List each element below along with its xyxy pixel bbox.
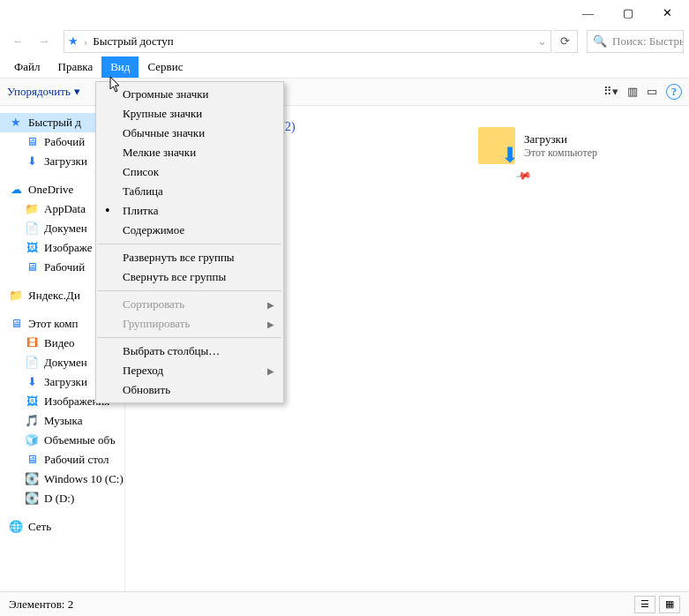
folder-title: Загрузки xyxy=(524,132,597,146)
tree-label: D (D:) xyxy=(44,492,74,506)
nav-bar: ← → ★ › Быстрый доступ ⌄ ⟳ 🔍 Поиск: Быст… xyxy=(0,26,689,56)
menu-view[interactable]: Вид xyxy=(101,56,139,78)
menu-item[interactable]: Свернуть все группы xyxy=(96,267,283,287)
tree-label: OneDrive xyxy=(28,183,73,197)
tree-item[interactable]: 🧊Объемные объ xyxy=(0,431,124,450)
tree-item[interactable]: 💽Windows 10 (C:) xyxy=(0,470,124,489)
tree-label: Рабочий xyxy=(44,135,85,149)
tree-item[interactable]: 🖥Рабочий стол xyxy=(0,450,124,470)
tree-label: Докумен xyxy=(44,222,87,236)
menu-item: Сортировать▶ xyxy=(96,295,283,314)
object3d-icon: 🧊 xyxy=(25,433,39,447)
tree-label: Яндекс.Ди xyxy=(28,289,80,303)
status-bar: Элементов: 2 ☰ ▦ xyxy=(0,591,689,616)
help-button[interactable]: ? xyxy=(666,84,682,100)
status-count: Элементов: 2 xyxy=(9,597,73,612)
tree-item[interactable]: 💽D (D:) xyxy=(0,489,124,508)
folder-icon: 📁 xyxy=(25,202,39,216)
tree-label: Сеть xyxy=(28,520,51,534)
folder-downloads-icon: ⬇ xyxy=(478,127,515,164)
view-menu-dropdown: Огромные значкиКрупные значкиОбычные зна… xyxy=(95,81,284,403)
organize-label: Упорядочить xyxy=(7,85,71,99)
tree-item[interactable]: 🎵Музыка xyxy=(0,411,124,431)
tree-label: Этот комп xyxy=(28,317,78,331)
menu-item[interactable]: Плитка• xyxy=(96,201,283,221)
address-dropdown-icon[interactable]: ⌄ xyxy=(537,34,547,49)
drive-icon: 💽 xyxy=(25,472,39,486)
minimize-button[interactable]: — xyxy=(568,1,608,26)
back-button[interactable]: ← xyxy=(5,30,30,53)
menu-item[interactable]: Огромные значки xyxy=(96,85,283,104)
tree-label: Быстрый д xyxy=(28,116,81,130)
tree-label: Видео xyxy=(44,336,75,350)
menu-service[interactable]: Сервис xyxy=(139,56,191,78)
menu-item[interactable]: Обновить xyxy=(96,380,283,400)
layout-button[interactable]: ▥ xyxy=(627,85,638,99)
downloads-icon: ⬇ xyxy=(25,375,39,389)
tree-label: Рабочий стол xyxy=(44,453,109,467)
submenu-arrow-icon: ▶ xyxy=(267,300,274,310)
quick-access-star-icon: ★ xyxy=(68,34,79,49)
menu-item[interactable]: Выбрать столбцы… xyxy=(96,342,283,361)
menu-edit[interactable]: Правка xyxy=(49,56,102,78)
menu-separator xyxy=(98,244,281,244)
tree-label: AppData xyxy=(44,202,86,216)
document-icon: 📄 xyxy=(25,356,39,370)
desktop-icon: 🖥 xyxy=(25,453,39,467)
folder-subtitle: Этот компьютер xyxy=(524,146,597,160)
menu-bar: Файл Правка Вид Сервис xyxy=(0,56,689,78)
search-input[interactable]: 🔍 Поиск: Быстрый … xyxy=(587,30,684,53)
breadcrumb-separator-icon: › xyxy=(84,34,87,49)
view-options-button[interactable]: ⠿▾ xyxy=(603,85,618,99)
menu-item[interactable]: Переход▶ xyxy=(96,361,283,380)
menu-file[interactable]: Файл xyxy=(5,56,49,78)
title-bar: — ▢ ✕ xyxy=(0,0,689,26)
downloads-icon: ⬇ xyxy=(25,154,39,169)
view-tiles-button[interactable]: ▦ xyxy=(659,596,680,613)
submenu-arrow-icon: ▶ xyxy=(267,366,274,376)
menu-separator xyxy=(98,337,281,338)
desktop-icon: 🖥 xyxy=(25,135,39,149)
document-icon: 📄 xyxy=(25,222,39,236)
forward-button[interactable]: → xyxy=(32,30,56,53)
pin-icon: 📌 xyxy=(514,167,533,185)
tree-label: Докумен xyxy=(44,356,87,370)
star-icon: ★ xyxy=(9,116,23,130)
drive-icon: 💽 xyxy=(25,492,39,506)
submenu-arrow-icon: ▶ xyxy=(267,319,274,329)
menu-item[interactable]: Список xyxy=(96,162,283,182)
music-icon: 🎵 xyxy=(25,414,39,428)
menu-item[interactable]: Развернуть все группы xyxy=(96,248,283,267)
search-placeholder: Поиск: Быстрый … xyxy=(612,34,684,49)
tree-label: Музыка xyxy=(44,414,83,428)
address-bar[interactable]: ★ › Быстрый доступ ⌄ xyxy=(64,30,551,53)
desktop-icon: 🖥 xyxy=(25,260,39,274)
maximize-button[interactable]: ▢ xyxy=(608,1,648,26)
organize-button[interactable]: Упорядочить ▾ xyxy=(7,85,80,99)
search-icon: 🔍 xyxy=(593,34,607,49)
menu-separator xyxy=(98,290,281,291)
chevron-down-icon: ▾ xyxy=(74,85,80,99)
image-icon: 🖼 xyxy=(25,394,39,409)
tree-label: Windows 10 (C:) xyxy=(44,472,124,486)
menu-item[interactable]: Таблица xyxy=(96,182,283,201)
menu-item[interactable]: Содержимое xyxy=(96,221,283,240)
menu-item[interactable]: Обычные значки xyxy=(96,124,283,143)
menu-item: Группировать▶ xyxy=(96,314,283,334)
folder-downloads[interactable]: ⬇ Загрузки Этот компьютер xyxy=(478,127,597,164)
cloud-icon: ☁ xyxy=(9,183,23,197)
tree-label: Рабочий xyxy=(44,260,85,274)
tree-label: Загрузки xyxy=(44,154,87,169)
breadcrumb-label: Быстрый доступ xyxy=(93,34,173,49)
tree-label: Изображе xyxy=(44,241,92,255)
view-details-button[interactable]: ☰ xyxy=(634,596,655,613)
preview-pane-button[interactable]: ▭ xyxy=(647,85,657,99)
close-button[interactable]: ✕ xyxy=(648,1,687,26)
refresh-button[interactable]: ⟳ xyxy=(553,30,578,53)
menu-item[interactable]: Мелкие значки xyxy=(96,143,283,162)
menu-item[interactable]: Крупные значки xyxy=(96,104,283,124)
image-icon: 🖼 xyxy=(25,241,39,255)
tree-network[interactable]: 🌐Сеть xyxy=(0,517,124,537)
tree-label: Загрузки xyxy=(44,375,87,389)
tree-label: Объемные объ xyxy=(44,433,116,447)
